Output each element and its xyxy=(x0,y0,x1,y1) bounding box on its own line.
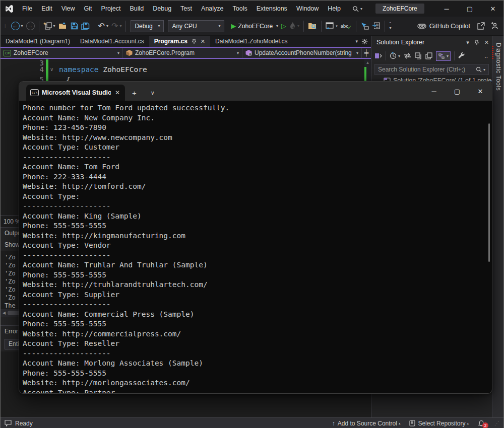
toolbar-separator xyxy=(125,21,126,32)
panel-menu-caret-icon[interactable]: ▾ xyxy=(466,39,469,46)
select-element-button[interactable] xyxy=(359,20,370,33)
new-project-button[interactable]: ▾ xyxy=(42,20,57,33)
terminal-tab[interactable]: c:\ Microsoft Visual Studio Debu ✕ xyxy=(26,85,125,101)
pending-changes-filter-icon[interactable]: ▾ xyxy=(390,52,400,59)
add-to-source-control-button[interactable]: ↑ Add to Source Control ▴ xyxy=(332,420,401,427)
ide-navigator-button[interactable]: ▾ xyxy=(324,20,339,33)
terminal-scrollbar[interactable] xyxy=(488,123,490,262)
feedback-icon[interactable] xyxy=(5,420,12,426)
properties-wrench-icon[interactable] xyxy=(458,52,465,59)
terminal-output[interactable]: Phone number for Tom Ford updated succes… xyxy=(19,101,492,394)
play-icon: ▶ xyxy=(231,22,236,30)
solution-explorer-search-input[interactable]: Search Solution Explorer (Ctrl+;) ▾ xyxy=(374,64,489,75)
terminal-tab-dropdown-icon[interactable]: ∨ xyxy=(144,85,162,101)
type-dropdown[interactable]: ZohoEFCore.Program ▾ xyxy=(123,48,242,58)
tab-datamodel1-account[interactable]: DataModel1.Account.cs xyxy=(75,36,149,47)
copilot-icon xyxy=(417,22,426,30)
panel-pin-icon[interactable] xyxy=(474,40,479,45)
start-debugging-button[interactable]: ▶ ZohoEFCore ▾ xyxy=(229,20,280,33)
status-bar: Ready ↑ Add to Source Control ▴ Select R… xyxy=(1,417,504,428)
open-file-button[interactable] xyxy=(57,20,69,33)
resize-grip[interactable]: ⋰ xyxy=(494,420,499,426)
solution-platform-combobox[interactable]: Any CPU▾ xyxy=(168,20,224,32)
navigate-back-button[interactable]: ←▾ xyxy=(10,20,25,33)
member-dropdown[interactable]: UpdateAccountPhoneNumber(string ▾ xyxy=(242,48,362,58)
toolbar-separator xyxy=(94,21,94,32)
terminal-minimize-button[interactable]: ─ xyxy=(422,82,446,101)
menu-analyze[interactable]: Analyze xyxy=(197,1,228,17)
toolbar-grip[interactable]: ⁞ xyxy=(5,24,7,29)
collapse-all-icon[interactable] xyxy=(415,52,422,59)
class-icon xyxy=(126,50,133,56)
document-outline-button[interactable] xyxy=(370,20,382,33)
fold-chevron-icon[interactable]: ∨ xyxy=(50,66,53,72)
tab-options-gear-icon[interactable] xyxy=(361,38,368,45)
solution-configuration-combobox[interactable]: Debug▾ xyxy=(131,20,164,32)
split-window-icon[interactable]: ╪ xyxy=(362,48,371,58)
window-minimize-button[interactable]: ─ xyxy=(435,1,458,17)
menu-window[interactable]: Window xyxy=(292,1,323,17)
undo-button[interactable]: ↶▾ xyxy=(97,20,110,33)
menu-edit[interactable]: Edit xyxy=(37,1,57,17)
add-user-button[interactable] xyxy=(489,20,500,33)
menu-help[interactable]: Help xyxy=(323,1,345,17)
search-button[interactable]: ▾ xyxy=(352,6,362,12)
repository-icon xyxy=(409,420,415,426)
notifications-button[interactable]: 2 xyxy=(478,418,488,428)
check-icon: ✓ xyxy=(347,24,352,31)
save-button[interactable] xyxy=(69,20,80,33)
tab-list-dropdown-icon[interactable]: ▾ xyxy=(352,39,361,44)
tab-datamodel1-zohomodel[interactable]: DataModel1.ZohoModel.cs xyxy=(210,36,292,47)
search-icon xyxy=(352,6,359,12)
show-all-files-icon[interactable] xyxy=(425,52,432,59)
scroll-left-icon[interactable]: ◀ xyxy=(1,311,8,315)
terminal-title-bar[interactable]: c:\ Microsoft Visual Studio Debu ✕ + ∨ ─… xyxy=(19,82,492,101)
find-in-files-button[interactable] xyxy=(306,20,319,33)
terminal-close-button[interactable]: ✕ xyxy=(469,82,492,101)
menu-git[interactable]: Git xyxy=(80,1,97,17)
separator xyxy=(454,51,455,60)
window-close-button[interactable]: ✕ xyxy=(481,1,504,17)
hot-reload-button[interactable]: ▾ xyxy=(288,20,301,33)
save-all-button[interactable] xyxy=(80,20,91,33)
solution-explorer-header[interactable]: Solution Explorer ▾ ✕ xyxy=(371,36,492,49)
menu-view[interactable]: View xyxy=(57,1,80,17)
toolbar-overflow[interactable]: .. xyxy=(484,52,488,59)
redo-button[interactable]: ↷▾ xyxy=(110,20,123,33)
terminal-tab-close-icon[interactable]: ✕ xyxy=(114,89,121,96)
toolbar-overflow-button[interactable]: ''▾ xyxy=(388,20,393,33)
debug-console-window: c:\ Microsoft Visual Studio Debu ✕ + ∨ ─… xyxy=(19,81,492,394)
terminal-maximize-button[interactable]: ▢ xyxy=(446,82,469,101)
menu-extensions[interactable]: Extensions xyxy=(252,1,292,17)
status-ready-label: Ready xyxy=(15,420,33,427)
sync-with-active-document-button[interactable]: ▾ xyxy=(436,51,451,61)
tab-program-cs[interactable]: Program.cs ✕ xyxy=(149,36,210,47)
menu-tools[interactable]: Tools xyxy=(228,1,252,17)
switch-views-icon[interactable] xyxy=(374,52,382,59)
terminal-new-tab-button[interactable]: + xyxy=(125,85,144,101)
tab-diagnostic-tools[interactable]: Diagnostic Tools xyxy=(495,43,502,91)
saved-changes-bar xyxy=(46,59,48,83)
close-tab-icon[interactable]: ✕ xyxy=(201,38,205,45)
search-icon xyxy=(476,66,482,73)
navigate-forward-button[interactable]: → xyxy=(25,20,36,33)
toolbar-separator xyxy=(356,21,356,32)
project-dropdown[interactable]: C# ZohoEFCore ▾ xyxy=(1,48,123,58)
menu-test[interactable]: Test xyxy=(176,1,197,17)
menu-project[interactable]: Project xyxy=(97,1,125,17)
menu-file[interactable]: File xyxy=(18,1,37,17)
tab-datamodel1-diagram1[interactable]: DataModel1 (Diagram1) xyxy=(1,36,75,47)
scroll-up-icon[interactable]: ▲ xyxy=(364,59,371,65)
share-button[interactable] xyxy=(476,20,486,33)
select-repository-button[interactable]: Select Repository ▴ xyxy=(409,420,469,427)
menu-debug[interactable]: Debug xyxy=(148,1,176,17)
window-maximize-button[interactable]: ▢ xyxy=(458,1,481,17)
spell-checker-button[interactable]: abc ✓ xyxy=(339,20,354,33)
start-without-debugging-button[interactable]: ▷ xyxy=(280,20,288,33)
sync-namespaces-icon[interactable] xyxy=(404,53,411,59)
github-copilot-button[interactable]: GitHub Copilot xyxy=(416,20,472,33)
menu-build[interactable]: Build xyxy=(125,1,148,17)
solution-title-button[interactable]: ZohoEFCore xyxy=(375,4,424,14)
panel-close-icon[interactable]: ✕ xyxy=(484,39,489,46)
pin-tab-icon[interactable] xyxy=(192,39,197,44)
